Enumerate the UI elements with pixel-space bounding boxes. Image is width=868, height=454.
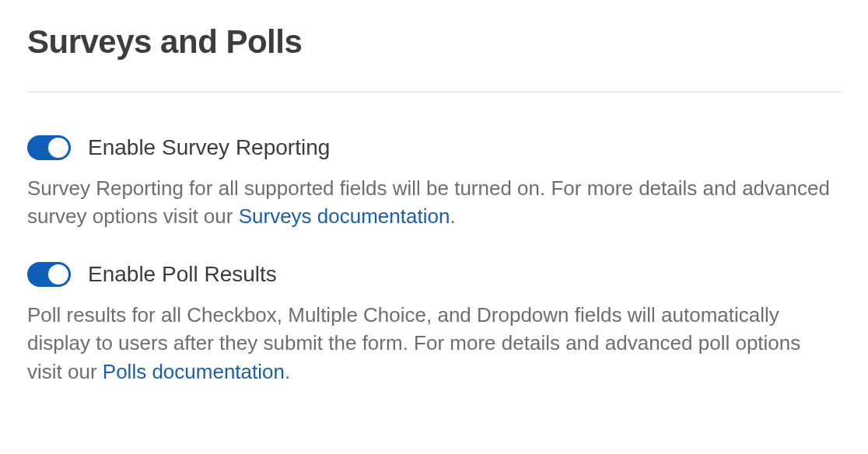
surveys-documentation-link[interactable]: Surveys documentation bbox=[239, 204, 450, 228]
description-text-post: . bbox=[450, 204, 455, 228]
setting-survey-reporting: Enable Survey Reporting Survey Reporting… bbox=[27, 135, 841, 231]
setting-label: Enable Survey Reporting bbox=[88, 135, 330, 160]
setting-description: Survey Reporting for all supported field… bbox=[27, 174, 841, 231]
toggle-knob-icon bbox=[48, 138, 68, 158]
toggle-knob-icon bbox=[48, 264, 68, 285]
toggle-enable-poll-results[interactable] bbox=[27, 262, 71, 287]
polls-documentation-link[interactable]: Polls documentation bbox=[103, 360, 285, 383]
setting-header: Enable Survey Reporting bbox=[27, 135, 841, 160]
description-text-post: . bbox=[285, 360, 290, 383]
setting-label: Enable Poll Results bbox=[88, 262, 277, 287]
section-title: Surveys and Polls bbox=[27, 23, 841, 61]
setting-poll-results: Enable Poll Results Poll results for all… bbox=[27, 262, 841, 386]
setting-description: Poll results for all Checkbox, Multiple … bbox=[27, 301, 841, 386]
section-divider bbox=[27, 92, 841, 93]
toggle-enable-survey-reporting[interactable] bbox=[27, 135, 71, 160]
setting-header: Enable Poll Results bbox=[27, 262, 841, 287]
